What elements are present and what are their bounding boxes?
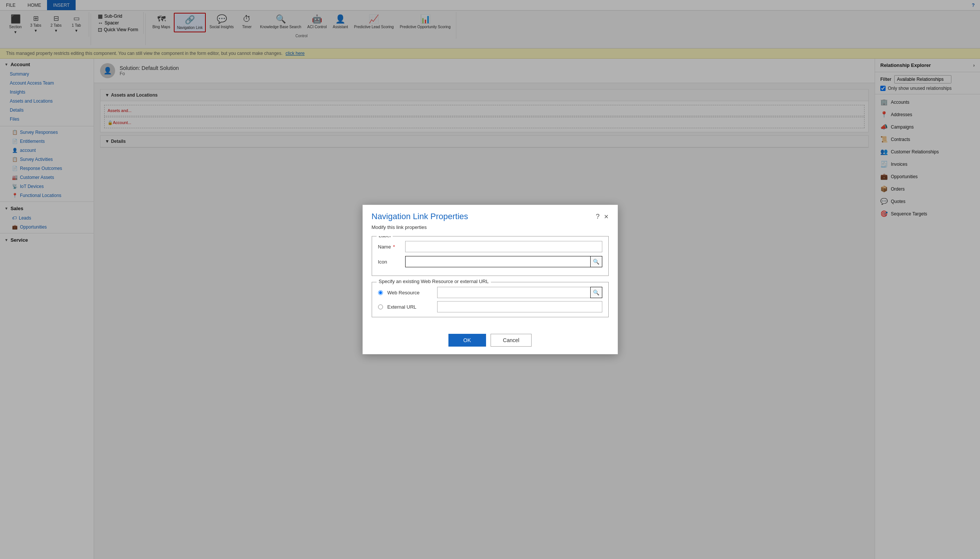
- web-resource-radio-group: Web Resource 🔍 External URL: [378, 287, 602, 313]
- modal-header: Navigation Link Properties ? ×: [363, 205, 618, 225]
- web-resource-radio[interactable]: [378, 290, 383, 295]
- icon-label: Icon: [378, 259, 401, 265]
- external-url-row: External URL: [378, 301, 602, 313]
- label-fieldset-legend: Label: [376, 236, 393, 238]
- web-resource-radio-label: Web Resource: [388, 290, 433, 296]
- ok-button[interactable]: OK: [448, 334, 486, 347]
- name-required-star: *: [393, 244, 395, 250]
- external-url-input[interactable]: [437, 301, 602, 313]
- modal-footer: OK Cancel: [363, 329, 618, 354]
- name-row: Name *: [378, 241, 602, 252]
- web-resource-legend: Specify an existing Web Resource or exte…: [376, 279, 491, 284]
- web-resource-input[interactable]: [437, 287, 590, 298]
- name-label: Name *: [378, 244, 401, 250]
- web-resource-browse-button[interactable]: 🔍: [590, 287, 602, 298]
- name-input[interactable]: [405, 241, 602, 252]
- icon-row: Icon 🔍: [378, 256, 602, 267]
- icon-input[interactable]: [405, 256, 590, 267]
- web-resource-input-group: 🔍: [437, 287, 602, 298]
- web-resource-fieldset: Specify an existing Web Resource or exte…: [372, 282, 609, 317]
- modal-overlay: Navigation Link Properties ? × Modify th…: [0, 0, 980, 559]
- icon-browse-button[interactable]: 🔍: [590, 256, 602, 267]
- icon-input-group: 🔍: [405, 256, 602, 267]
- modal-title: Navigation Link Properties: [372, 212, 468, 222]
- modal-help-button[interactable]: ?: [596, 213, 600, 221]
- external-url-radio-label: External URL: [388, 304, 433, 310]
- modal-dialog: Navigation Link Properties ? × Modify th…: [362, 205, 618, 354]
- modal-header-actions: ? ×: [596, 213, 609, 221]
- web-resource-row: Web Resource 🔍: [378, 287, 602, 298]
- external-url-radio[interactable]: [378, 304, 383, 309]
- cancel-button[interactable]: Cancel: [491, 334, 532, 347]
- modal-scrollable: Label Name * Icon 🔍: [372, 236, 609, 323]
- modal-subtitle: Modify this link properties: [363, 225, 618, 236]
- modal-close-button[interactable]: ×: [604, 213, 609, 220]
- modal-body: Label Name * Icon 🔍: [363, 236, 618, 329]
- label-fieldset: Label Name * Icon 🔍: [372, 236, 609, 276]
